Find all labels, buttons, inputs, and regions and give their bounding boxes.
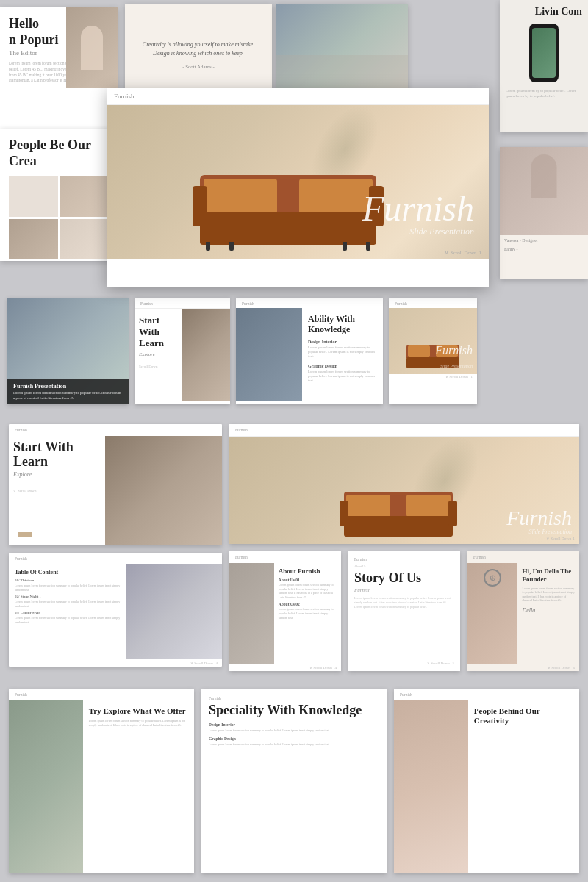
della-body: ☮ Hi, I'm Della The Founder Lorem ipsum … bbox=[467, 563, 579, 664]
fl-sofa-ar bbox=[448, 501, 457, 526]
fl-sm: Slide Presentation bbox=[506, 528, 572, 535]
bt-explore-title: Try Explore What We Offer bbox=[89, 706, 188, 716]
designer-photo bbox=[500, 147, 588, 235]
mid-start-card: Furnish Start With Learn Explore Scroll … bbox=[135, 298, 230, 404]
fl-text: Furnish Slide Presentation bbox=[506, 508, 572, 535]
mid-small-big: Furnish bbox=[435, 344, 473, 356]
peace-icon: ☮ bbox=[484, 569, 501, 587]
toc-item-1: 01/ Thirteen - bbox=[15, 578, 121, 582]
people-title: People Be Our Crea bbox=[9, 137, 109, 169]
bt-explore-text: Try Explore What We Offer Lorem ipsum lo… bbox=[83, 700, 194, 873]
sofa-leg-4 bbox=[343, 242, 347, 251]
toc-item-3: 03/ Colour Style bbox=[15, 611, 121, 614]
fl-photo: Furnish Slide Presentation ∨ Scroll Down… bbox=[229, 437, 579, 544]
bt-people-photo bbox=[394, 700, 468, 873]
about-scroll: ∨ Scroll Down 4 bbox=[229, 664, 341, 671]
fl-sofa-c1 bbox=[346, 495, 390, 517]
about-body: About Furnish About Us 01 Lorem ipsum lo… bbox=[229, 563, 341, 664]
furnish-text-overlay: Furnish Slide Presentation bbox=[362, 191, 474, 237]
mid-small-header: Furnish bbox=[389, 298, 477, 308]
mid-design-interior-body: Lorem ipsum lorem forum section summary … bbox=[308, 345, 377, 359]
della-desc: Lorem ipsum lorem forum section summary … bbox=[522, 587, 575, 603]
about-section1: About Us 01 bbox=[279, 578, 337, 582]
thumb-toc-header: Furnish bbox=[9, 553, 222, 564]
mid-start-italic: Explore bbox=[139, 351, 178, 357]
bt-people-body: People Behind Our Creativity bbox=[394, 700, 579, 873]
bt-explore-header: Furnish bbox=[9, 689, 194, 700]
della-header: Furnish bbox=[467, 551, 579, 563]
thumb-start-italic: Explore bbox=[13, 471, 101, 478]
bt-people-title: People Behind Our Creativity bbox=[474, 706, 573, 725]
mid-start-photo bbox=[182, 309, 230, 401]
story-body: Lorem ipsum lorem forum section summary … bbox=[354, 596, 454, 609]
toc-desc-2: Lorem ipsum lorem forum section summary … bbox=[15, 600, 121, 608]
mid-start-big: Start With Learn bbox=[139, 315, 178, 349]
della-sig: Della bbox=[522, 607, 575, 614]
about-title: About Furnish bbox=[279, 567, 337, 575]
people-grid bbox=[9, 176, 109, 259]
about-section2: About Us 02 bbox=[279, 602, 337, 606]
mid-small-card: Furnish Furnish Slide Presentation ∨ Scr… bbox=[389, 298, 477, 404]
mid-small-photo: Furnish Slide Presentation bbox=[389, 308, 477, 374]
sofa-illustration bbox=[193, 157, 384, 245]
about-photo bbox=[229, 563, 274, 664]
sofa-leg-2 bbox=[229, 242, 234, 251]
mid-ability-card: Furnish Ability With Knowledge Design In… bbox=[236, 298, 383, 404]
beige-accent bbox=[18, 532, 32, 537]
bt-speciality-big: Speciality With Knowledge bbox=[209, 703, 379, 718]
vanessa-name: Vanessa - Designer bbox=[500, 235, 588, 245]
sofa-arm-left bbox=[193, 186, 207, 226]
story-about: About Us bbox=[354, 564, 454, 569]
bottom-mid-section: Furnish Start With Learn Explore ∨ Scrol… bbox=[0, 415, 588, 680]
people-img-1 bbox=[9, 176, 58, 217]
quote-text: Creativity is allowing yourself to make … bbox=[136, 40, 261, 58]
about-header: Furnish bbox=[229, 551, 341, 563]
mid-pres-title: Furnish Presentation bbox=[13, 383, 123, 390]
story-scroll: ∨ Scroll Down 5 bbox=[354, 661, 454, 665]
bt-speciality-s1: Design Interior bbox=[209, 723, 379, 727]
della-title: Hi, I'm Della The Founder bbox=[522, 567, 575, 584]
about-desc1: Lorem ipsum lorem forum section summary … bbox=[279, 583, 337, 599]
sofa-base bbox=[200, 212, 376, 245]
furnish-large-thumb: Furnish Furnish Slide Presentation ∨ bbox=[229, 424, 579, 544]
bt-speciality-header: Furnish bbox=[209, 696, 379, 700]
mid-furnish-pres-card: Furnish Presentation Lorem ipsum lorem f… bbox=[7, 298, 129, 404]
fl-scroll-icon: ∨ bbox=[546, 537, 549, 541]
bottom-section: Furnish Try Explore What We Offer Lorem … bbox=[0, 680, 588, 882]
thumb-start-header: Furnish bbox=[9, 424, 222, 436]
thumb-about: Furnish About Furnish About Us 01 Lorem … bbox=[229, 551, 341, 671]
people-img-4 bbox=[60, 219, 110, 259]
sofa-leg-1 bbox=[206, 242, 210, 251]
mid-small-fl-text: Furnish Slide Presentation bbox=[435, 344, 473, 370]
mid-start-scroll: Scroll Down bbox=[139, 365, 178, 368]
right-grid: Furnish Furnish Slide Presentation ∨ bbox=[229, 424, 579, 671]
people-img-2 bbox=[60, 176, 110, 217]
thumb-start-body: Start With Learn Explore ∨ Scroll Down bbox=[9, 436, 222, 545]
about-desc2: Lorem ipsum lorem forum section summary … bbox=[279, 607, 337, 620]
mid-design-interior-label: Design Interior bbox=[308, 340, 377, 344]
designers-card: Vanessa - Designer Fanny - bbox=[500, 147, 588, 279]
mid-small-scroll: ∨ Scroll Down 1 bbox=[389, 374, 477, 381]
hello-photo bbox=[66, 7, 118, 88]
fl-scroll-text: Scroll Down bbox=[551, 537, 571, 541]
mid-ability-text: Ability With Knowledge Design Interior L… bbox=[302, 308, 383, 401]
toc-item-2: 02/ Stage Night - bbox=[15, 595, 121, 598]
about-text: About Furnish About Us 01 Lorem ipsum lo… bbox=[274, 563, 341, 664]
story-header: Furnish bbox=[354, 557, 454, 562]
toc-body: Table Of Content 01/ Thirteen - Lorem ip… bbox=[9, 564, 222, 659]
bt-explore-photo bbox=[9, 700, 83, 873]
thumb-start-photo bbox=[105, 436, 223, 545]
furnish-main-photo: Furnish Slide Presentation ∨ Scroll Down… bbox=[107, 105, 489, 259]
bt-speciality-b2: Lorem ipsum lorem forum section summary … bbox=[209, 742, 379, 747]
bt-people: Furnish People Behind Our Creativity bbox=[394, 689, 579, 873]
scroll-text: Scroll Down bbox=[18, 489, 36, 492]
thumb-toc: Furnish Table Of Content 01/ Thirteen - … bbox=[9, 553, 222, 667]
bt-explore-body: Try Explore What We Offer Lorem ipsum lo… bbox=[9, 700, 194, 873]
scroll-arrow-icon: ∨ bbox=[13, 489, 16, 493]
mid-ability-content: Ability With Knowledge Design Interior L… bbox=[236, 308, 383, 401]
fl-sofa-base bbox=[344, 516, 453, 537]
furnish-big-text: Furnish bbox=[362, 191, 474, 226]
livin-title: Livin Com bbox=[506, 6, 582, 18]
fl-sofa-c2 bbox=[406, 495, 451, 517]
furnish-main-slide: Furnish Furnish Slide Presentation ∨ Scr… bbox=[107, 88, 489, 287]
